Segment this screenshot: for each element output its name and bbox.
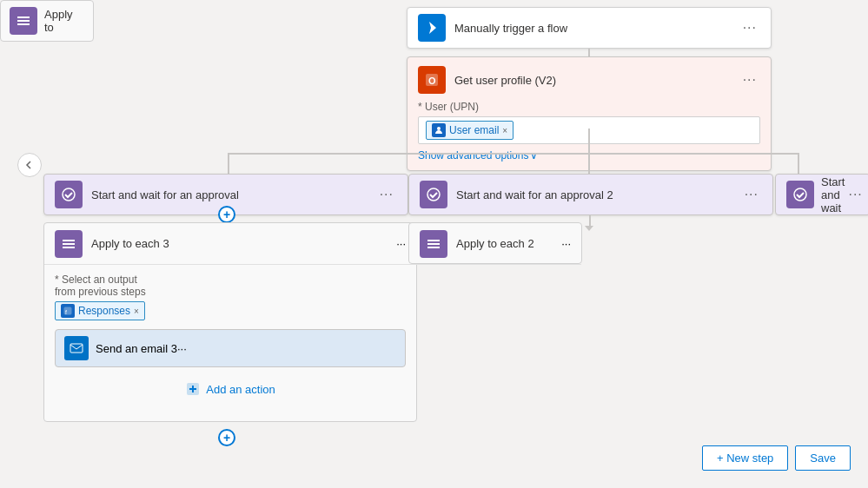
apply-each-2-icon xyxy=(420,230,447,258)
apply-each-3-icon xyxy=(55,230,83,258)
approval-2-title: Start and wait for an approval 2 xyxy=(456,188,741,201)
approval-2-more[interactable]: ··· xyxy=(741,183,762,206)
svg-rect-20 xyxy=(17,20,30,22)
trigger-node: Manually trigger a flow ··· xyxy=(407,7,772,49)
svg-text:f: f xyxy=(65,309,67,315)
apply-each-3-body: * Select an output from previous steps f… xyxy=(44,265,416,411)
svg-rect-8 xyxy=(63,243,75,245)
apply-each-3-label: * Select an output from previous steps xyxy=(55,274,406,298)
h-right-line xyxy=(588,153,799,155)
approval-3-more[interactable]: ··· xyxy=(845,183,865,206)
user-upn-label: * User (UPN) xyxy=(418,101,760,113)
approval-1-title: Start and wait for an approval xyxy=(91,188,376,201)
send-email-3-icon xyxy=(64,336,89,360)
svg-point-4 xyxy=(63,188,75,201)
apply-each-3-more[interactable]: ··· xyxy=(396,237,406,250)
get-user-header: O Get user profile (V2) ··· xyxy=(418,66,760,94)
svg-rect-12 xyxy=(70,344,83,353)
get-user-icon: O xyxy=(418,66,446,94)
trigger-more[interactable]: ··· xyxy=(739,16,760,39)
add-action-button[interactable]: Add an action xyxy=(55,376,406,402)
v-center-line xyxy=(588,129,590,175)
tag-text: User email xyxy=(449,124,499,136)
add-action-label: Add an action xyxy=(206,383,275,396)
apply-each-2-title: Apply to each 2 xyxy=(456,237,561,250)
apply-each-3-field: * Select an output from previous steps f… xyxy=(55,274,406,320)
v-right-line xyxy=(798,153,799,175)
responses-tag-icon: f xyxy=(61,304,75,318)
svg-rect-19 xyxy=(17,16,30,18)
svg-rect-21 xyxy=(17,23,30,25)
send-email-3-title: Send an email 3 xyxy=(96,342,177,355)
show-advanced-link[interactable]: Show advanced options ∨ xyxy=(418,149,538,162)
add-action-icon xyxy=(185,381,201,397)
send-email-3-more[interactable]: ··· xyxy=(177,342,187,355)
new-step-button[interactable]: + New step xyxy=(702,445,788,471)
apply-each-2-header: Apply to each 2 ··· xyxy=(409,223,581,265)
send-email-3-node: Send an email 3 ··· xyxy=(55,329,406,367)
svg-point-3 xyxy=(437,127,441,130)
svg-point-5 xyxy=(427,188,440,201)
user-email-tag: User email × xyxy=(426,121,514,140)
apply-to-partial-icon xyxy=(10,7,37,35)
approval-1-icon xyxy=(55,181,83,208)
h-branch-line xyxy=(228,153,591,155)
show-advanced-text: Show advanced options xyxy=(418,149,528,162)
add-between-circle[interactable]: + xyxy=(218,206,235,223)
svg-rect-16 xyxy=(427,240,440,241)
apply-each-2-container: Apply to each 2 ··· xyxy=(408,222,582,264)
add-after-circle[interactable]: + xyxy=(218,429,235,446)
tag-icon xyxy=(432,123,446,137)
svg-rect-17 xyxy=(427,243,440,245)
sidebar-toggle[interactable] xyxy=(17,153,42,177)
approval-3-title: Start and wait xyxy=(821,175,845,214)
approval-3-node: Start and wait ··· xyxy=(775,174,868,215)
approval-3-icon xyxy=(786,181,814,208)
responses-tag-close[interactable]: × xyxy=(134,307,139,316)
apply-to-partial-title: Apply to xyxy=(44,8,84,34)
approval-1-more[interactable]: ··· xyxy=(376,183,397,206)
get-user-title: Get user profile (V2) xyxy=(454,74,739,87)
apply-to-partial-node: Apply to xyxy=(0,0,94,42)
tag-close[interactable]: × xyxy=(502,126,507,135)
v-left-line xyxy=(228,153,229,175)
save-button[interactable]: Save xyxy=(795,445,851,471)
arrow-to-apply2 xyxy=(585,226,593,231)
approval-2-node: Start and wait for an approval 2 ··· xyxy=(408,174,773,215)
approval-2-icon xyxy=(420,181,447,208)
apply-each-3-header: Apply to each 3 ··· xyxy=(44,223,416,265)
get-user-more[interactable]: ··· xyxy=(739,69,760,91)
apply-each-2-more[interactable]: ··· xyxy=(561,237,571,250)
responses-tag-text: Responses xyxy=(78,305,130,317)
svg-point-6 xyxy=(794,188,806,201)
apply-each-3-input[interactable]: f Responses × xyxy=(55,301,406,320)
apply-each-3-container: Apply to each 3 ··· * Select an output f… xyxy=(43,222,417,422)
chevron-down-icon: ∨ xyxy=(530,149,538,162)
trigger-title: Manually trigger a flow xyxy=(454,22,739,35)
bottom-toolbar: + New step Save xyxy=(702,445,851,471)
trigger-icon xyxy=(418,14,446,42)
responses-tag: f Responses × xyxy=(55,301,145,320)
svg-marker-0 xyxy=(429,22,436,34)
svg-rect-9 xyxy=(63,247,75,248)
svg-rect-7 xyxy=(63,240,75,241)
apply-each-3-title: Apply to each 3 xyxy=(91,237,396,250)
svg-rect-18 xyxy=(427,247,440,248)
svg-text:O: O xyxy=(428,76,436,86)
